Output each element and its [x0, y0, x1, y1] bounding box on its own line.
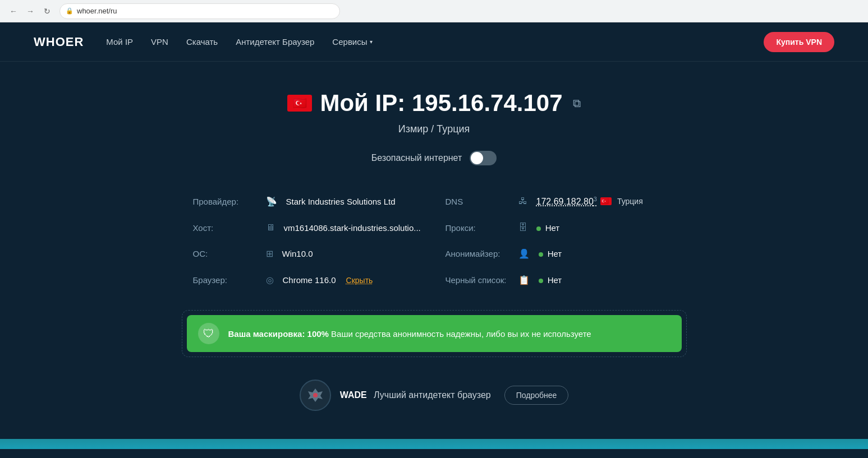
nav-services[interactable]: Сервисы ▾ [332, 37, 372, 47]
nav-antidetect[interactable]: Антидетект Браузер [236, 37, 314, 47]
wade-promo: WADE Лучший антидетект браузер Подробнее [288, 374, 580, 417]
url-text: whoer.net/ru [77, 7, 117, 15]
nav-vpn[interactable]: VPN [151, 37, 168, 47]
provider-row: Провайдер: 📡 Stark Industries Solutions … [182, 188, 434, 215]
masking-percent: Ваша маскировка: 100% [228, 329, 329, 339]
dns-value: 172.69.182.803 [536, 196, 597, 207]
lock-icon: 🔒 [66, 7, 74, 15]
dns-icon: 🖧 [518, 196, 527, 206]
safe-internet-label: Безопасный интернет [371, 153, 462, 163]
nav-download[interactable]: Скачать [186, 37, 218, 47]
bottom-bar [0, 439, 868, 449]
provider-value: Stark Industries Solutions Ltd [286, 197, 396, 206]
wade-logo [300, 380, 331, 411]
site-wrapper: WHOER Мой IP VPN Скачать Антидетект Брау… [0, 22, 868, 458]
provider-icon: 📡 [266, 196, 277, 207]
os-row: ОС: ⊞ Win10.0 [182, 240, 434, 267]
browser-icon: ◎ [266, 275, 274, 285]
nav-my-ip[interactable]: Мой IP [106, 37, 133, 47]
anonymizer-icon: 👤 [518, 248, 530, 259]
main-content: 🇹🇷 Мой IP: 195.16.74.107 ⧉ Измир / Турци… [0, 62, 868, 439]
location-subtitle: Измир / Турция [398, 123, 470, 135]
browser-row: Браузер: ◎ Chrome 116.0 Скрыть [182, 267, 434, 293]
proxy-row: Прокси: 🗄 Нет [434, 215, 687, 240]
wade-description: Лучший антидетект браузер [374, 390, 491, 400]
dns-value-group: 172.69.182.803 🇹🇷 Турция [536, 196, 643, 207]
anonymizer-value: Нет [539, 249, 562, 258]
proxy-label: Прокси: [446, 223, 513, 233]
main-nav: Мой IP VPN Скачать Антидетект Браузер Се… [106, 37, 741, 47]
proxy-icon: 🗄 [518, 223, 527, 233]
host-label: Хост: [193, 223, 260, 233]
wade-details-button[interactable]: Подробнее [504, 386, 569, 405]
shield-icon: 🛡 [198, 323, 219, 344]
refresh-button[interactable]: ↻ [40, 4, 54, 18]
wade-name: WADE [340, 390, 367, 400]
provider-label: Провайдер: [193, 197, 260, 206]
blacklist-label: Черный список: [446, 275, 513, 285]
wade-text: WADE Лучший антидетект браузер [340, 390, 491, 400]
info-grid: Провайдер: 📡 Stark Industries Solutions … [182, 188, 687, 293]
ip-title: Мой IP: 195.16.74.107 [320, 90, 562, 117]
proxy-value: Нет [536, 223, 560, 233]
svg-point-0 [313, 393, 318, 397]
blacklist-icon: 📋 [518, 275, 530, 285]
chevron-down-icon: ▾ [370, 39, 373, 45]
forward-button[interactable]: → [24, 4, 37, 18]
proxy-status-dot [536, 226, 541, 231]
masking-bar: 🛡 Ваша маскировка: 100% Ваши средства ан… [187, 315, 682, 352]
browser-label: Браузер: [193, 275, 260, 285]
blacklist-row: Черный список: 📋 Нет [434, 267, 687, 293]
buy-vpn-button[interactable]: Купить VPN [764, 32, 834, 52]
dns-label: DNS [446, 197, 513, 206]
safe-internet-toggle[interactable] [470, 151, 497, 165]
hide-browser-link[interactable]: Скрыть [346, 276, 373, 285]
dns-superscript: 3 [594, 196, 597, 202]
host-icon: 🖥 [266, 223, 275, 233]
host-value: vm1614086.stark-industries.solutio... [284, 223, 421, 233]
site-logo[interactable]: WHOER [34, 35, 84, 49]
os-icon: ⊞ [266, 248, 273, 259]
host-row: Хост: 🖥 vm1614086.stark-industries.solut… [182, 215, 434, 240]
anonymizer-status-dot [539, 252, 543, 257]
masking-container: 🛡 Ваша маскировка: 100% Ваши средства ан… [182, 310, 687, 357]
dns-flag: 🇹🇷 [600, 197, 612, 205]
browser-chrome: ← → ↻ 🔒 whoer.net/ru [0, 0, 868, 22]
browser-navigation: ← → ↻ [7, 4, 54, 18]
country-flag: 🇹🇷 [287, 95, 312, 112]
browser-value: Chrome 116.0 [283, 275, 336, 285]
site-header: WHOER Мой IP VPN Скачать Антидетект Брау… [0, 22, 868, 62]
toggle-thumb [471, 152, 483, 164]
safe-internet-row: Безопасный интернет [371, 151, 497, 165]
blacklist-status-dot [539, 279, 543, 283]
dns-country: Турция [617, 197, 643, 206]
anonymizer-label: Анонимайзер: [446, 249, 513, 258]
ip-heading: 🇹🇷 Мой IP: 195.16.74.107 ⧉ [287, 90, 580, 117]
back-button[interactable]: ← [7, 4, 20, 18]
os-value: Win10.0 [282, 249, 313, 258]
address-bar[interactable]: 🔒 whoer.net/ru [59, 3, 340, 19]
os-label: ОС: [193, 249, 260, 258]
anonymizer-row: Анонимайзер: 👤 Нет [434, 240, 687, 267]
blacklist-value: Нет [539, 275, 562, 285]
dns-row: DNS 🖧 172.69.182.803 🇹🇷 Турция [434, 188, 687, 215]
masking-text: Ваша маскировка: 100% Ваши средства анон… [228, 329, 591, 339]
copy-ip-icon[interactable]: ⧉ [573, 97, 581, 110]
